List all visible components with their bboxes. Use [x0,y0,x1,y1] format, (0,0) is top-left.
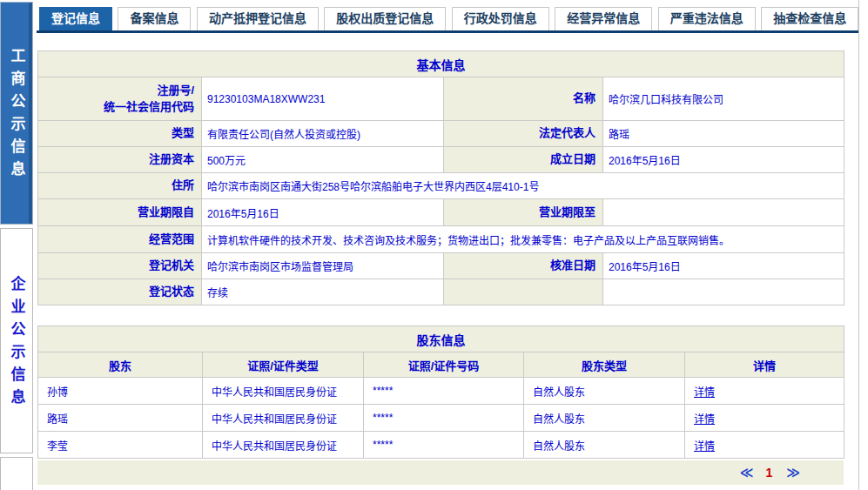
address-value: 哈尔滨市南岗区南通大街258号哈尔滨船舶电子大世界内西区4层410-1号 [202,173,844,199]
shareholder-type: 自然人股东 [524,378,685,405]
main-content: 登记信息 备案信息 动产抵押登记信息 股权出质登记信息 行政处罚信息 经营异常信… [37,0,859,490]
shareholder-cert-type: 中华人民共和国居民身份证 [203,378,364,405]
reg-status-value: 存续 [202,279,444,305]
term-to-value [603,199,844,226]
tab-equity-pledge-info[interactable]: 股权出质登记信息 [324,7,446,30]
tab-serious-violation-info[interactable]: 严重违法信息 [658,7,756,30]
shareholder-cert-type: 中华人民共和国居民身份证 [203,405,364,432]
shareholder-type: 自然人股东 [524,432,685,459]
business-scope-value: 计算机软件硬件的技术开发、技术咨询及技术服务；货物进出口；批发兼零售：电子产品及… [202,226,844,253]
col-shareholder-type: 股东类型 [524,352,685,378]
shareholder-name: 路瑶 [38,405,203,432]
term-to-label: 营业期限至 [444,199,603,226]
next-page-button[interactable]: ≫ [786,465,798,480]
table-row: 孙博 中华人民共和国居民身份证 ***** 自然人股东 详情 [38,378,844,405]
legal-rep-label: 法定代表人 [444,121,603,147]
table-row: 路瑶 中华人民共和国居民身份证 ***** 自然人股东 详情 [38,405,844,432]
page: 工商公示信息 企业公示信息 登记信息 备案信息 动产抵押登记信息 股权出质登记信… [0,0,868,490]
approval-date-value: 2016年5月16日 [603,253,844,279]
left-sidebar: 工商公示信息 企业公示信息 [0,0,33,490]
term-from-label: 营业期限自 [38,199,202,226]
detail-link[interactable]: 详情 [694,413,715,426]
shareholder-type: 自然人股东 [524,405,685,432]
detail-link[interactable]: 详情 [694,386,715,399]
tab-chattel-mortgage-info[interactable]: 动产抵押登记信息 [197,7,319,30]
address-label: 住所 [38,173,202,199]
reg-no-label: 注册号/ 统一社会信用代码 [38,77,202,121]
tab-spot-check-info[interactable]: 抽查检查信息 [761,7,858,30]
tab-bar: 登记信息 备案信息 动产抵押登记信息 股权出质登记信息 行政处罚信息 经营异常信… [37,0,858,30]
type-label: 类型 [38,121,202,147]
tab-abnormal-operation-info[interactable]: 经营异常信息 [555,7,652,30]
business-scope-label: 经营范围 [38,226,202,253]
tab-underline [37,30,858,33]
approval-date-label: 核准日期 [444,253,603,279]
reg-authority-value: 哈尔滨市南岗区市场监督管理局 [202,253,444,279]
empty-label-cell [444,279,603,305]
legal-rep-value: 路瑶 [603,121,844,147]
term-from-value: 2016年5月16日 [202,199,444,226]
tab-filing-info[interactable]: 备案信息 [118,7,191,30]
shareholder-cert-type: 中华人民共和国居民身份证 [203,432,364,459]
prev-page-button[interactable]: ≪ [740,465,752,480]
reg-capital-value: 500万元 [202,147,444,173]
shareholder-cert-no: ***** [364,378,524,405]
sidebar-item-business-public-info[interactable]: 工商公示信息 [0,2,33,225]
shareholder-cert-no: ***** [364,432,524,459]
basic-info-table: 基本信息 注册号/ 统一社会信用代码 91230103MA18XWW231 名称… [37,50,844,305]
col-detail: 详情 [685,352,844,378]
pagination-bar: ≪ 1 ≫ [37,460,844,485]
company-name-label: 名称 [444,77,603,121]
table-row: 李莹 中华人民共和国居民身份证 ***** 自然人股东 详情 [38,432,844,459]
basic-info-title: 基本信息 [38,51,844,77]
shareholder-name: 李莹 [38,432,203,459]
detail-link[interactable]: 详情 [694,440,715,453]
col-cert-type: 证照/证件类型 [203,352,364,378]
reg-authority-label: 登记机关 [38,253,202,279]
reg-status-label: 登记状态 [38,279,202,305]
col-shareholder: 股东 [38,352,203,378]
shareholder-cert-no: ***** [364,405,524,432]
sidebar-item-label: 工商公示信息 [10,43,24,184]
tab-registration-info[interactable]: 登记信息 [39,7,112,30]
shareholder-name: 孙博 [38,378,203,405]
est-date-label: 成立日期 [444,147,603,173]
shareholders-title: 股东信息 [38,326,844,352]
current-page-number: 1 [766,466,773,480]
est-date-value: 2016年5月16日 [603,147,844,173]
sidebar-item-enterprise-public-info[interactable]: 企业公示信息 [0,228,33,453]
shareholders-table: 股东信息 股东 证照/证件类型 证照/证件号码 股东类型 详情 孙博 中华人民共… [37,326,844,459]
sidebar-item-label: 企业公示信息 [10,271,24,412]
type-value: 有限责任公司(自然人投资或控股) [202,121,444,147]
company-name-value: 哈尔滨几口科技有限公司 [603,77,844,121]
sidebar-item-empty [0,457,33,490]
tab-administrative-penalty-info[interactable]: 行政处罚信息 [452,7,549,30]
empty-value-cell [603,279,844,305]
reg-no-value: 91230103MA18XWW231 [202,77,444,121]
reg-capital-label: 注册资本 [38,147,202,173]
col-cert-number: 证照/证件号码 [364,352,524,378]
